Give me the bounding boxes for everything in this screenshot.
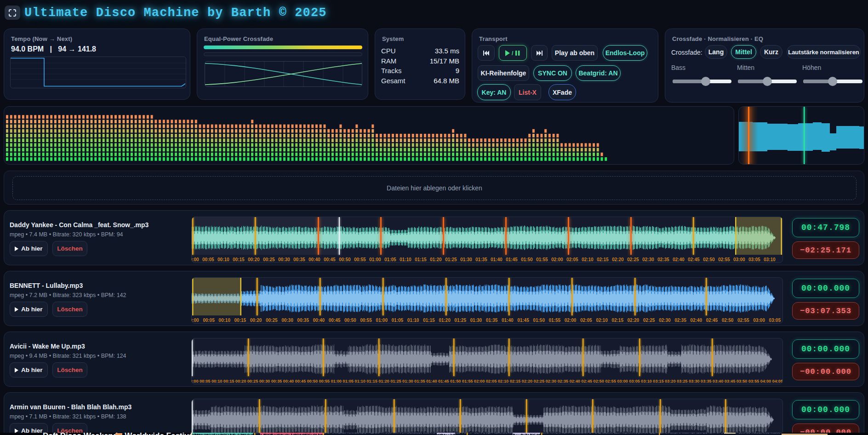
svg-text:/: /	[512, 50, 514, 56]
